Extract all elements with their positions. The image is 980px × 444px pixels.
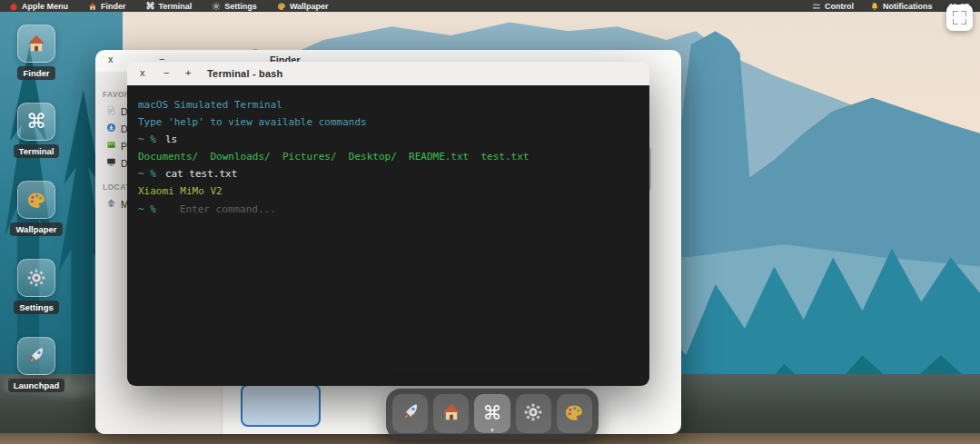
dock-item-launchpad[interactable] xyxy=(392,394,428,433)
house-icon xyxy=(441,402,461,426)
shortcut-terminal[interactable]: ⌘ Terminal xyxy=(13,103,60,158)
menubar-item-settings[interactable]: Settings xyxy=(212,2,257,11)
menubar-item-label: Settings xyxy=(224,2,257,11)
menubar-item-label: Notifications xyxy=(883,2,933,11)
shortcut-wallpaper[interactable]: Wallpaper xyxy=(13,181,60,236)
terminal-window: x − + Terminal - bash macOS Simulated Te… xyxy=(127,62,649,386)
glyph-fragment xyxy=(953,11,958,16)
prompt: ~ % xyxy=(138,168,156,180)
terminal-line: ~ %cat test.txt xyxy=(138,169,638,180)
command-icon: ⌘ xyxy=(17,103,55,141)
selected-file-tile[interactable] xyxy=(241,384,321,427)
dock-item-wallpaper[interactable] xyxy=(557,394,592,433)
gear-icon xyxy=(17,259,55,297)
terminal-line: macOS Simulated Terminal xyxy=(138,100,638,111)
shortcut-label: Finder xyxy=(17,66,54,80)
shortcut-label: Wallpaper xyxy=(10,222,62,236)
house-icon xyxy=(17,25,55,63)
menubar-item-terminal[interactable]: ⌘ Terminal xyxy=(146,2,193,11)
close-button[interactable]: x xyxy=(140,67,145,78)
terminal-line: Documents/ Downloads/ Pictures/ Desktop/… xyxy=(138,152,638,163)
shortcut-label: Launchpad xyxy=(8,379,65,392)
command-icon: ⌘ xyxy=(146,2,155,11)
dock: ⌘ xyxy=(386,389,599,439)
zoom-button[interactable]: + xyxy=(185,67,191,78)
download-icon xyxy=(106,123,116,134)
terminal-line: ~ %ls xyxy=(138,134,638,145)
rocket-icon xyxy=(401,402,421,426)
menubar-item-control[interactable]: Control xyxy=(812,2,854,11)
glyph-fragment xyxy=(953,19,958,25)
glyph-fragment xyxy=(961,19,966,25)
picture-icon xyxy=(106,140,116,152)
menubar-item-label: Apple Menu xyxy=(22,2,68,11)
terminal-line: Xiaomi MiMo V2 xyxy=(138,186,638,197)
house-icon xyxy=(88,2,97,11)
menubar-item-label: Finder xyxy=(101,2,126,11)
home-icon xyxy=(106,198,116,210)
menubar-item-label: Wallpaper xyxy=(290,2,329,11)
dock-item-terminal[interactable]: ⌘ xyxy=(474,394,510,433)
menubar-item-wallpaper[interactable]: Wallpaper xyxy=(277,2,329,11)
palette-icon xyxy=(277,2,286,11)
control-icon xyxy=(812,2,821,11)
close-button[interactable]: x xyxy=(108,54,114,64)
terminal-body[interactable]: macOS Simulated Terminal Type 'help' to … xyxy=(127,85,649,386)
apple-icon xyxy=(9,2,18,11)
command-input[interactable] xyxy=(165,203,420,215)
glyph-popup xyxy=(946,5,973,31)
menubar-item-label: Terminal xyxy=(159,2,193,11)
document-icon xyxy=(106,105,116,117)
window-title: Terminal - bash xyxy=(207,68,282,79)
gear-icon xyxy=(212,2,221,11)
shortcut-label: Settings xyxy=(14,301,58,314)
bell-icon xyxy=(870,2,879,11)
menubar-item-finder[interactable]: Finder xyxy=(88,2,126,11)
shortcut-launchpad[interactable]: Launchpad xyxy=(13,337,60,392)
active-indicator-dot xyxy=(491,429,494,431)
shortcut-label: Terminal xyxy=(14,144,60,158)
palette-icon xyxy=(17,181,55,219)
terminal-titlebar: x − + Terminal - bash xyxy=(127,62,649,85)
terminal-input-row: ~ % xyxy=(138,203,638,215)
monitor-icon xyxy=(106,157,116,169)
command-icon: ⌘ xyxy=(483,404,502,423)
rocket-icon xyxy=(17,337,55,375)
terminal-line: Type 'help' to view available commands xyxy=(138,117,638,128)
prompt: ~ % xyxy=(138,133,156,145)
menubar-item-apple-menu[interactable]: Apple Menu xyxy=(9,2,68,11)
desktop-screen: Apple Menu Finder ⌘ Terminal Settings Wa… xyxy=(0,0,980,444)
minimize-button[interactable]: − xyxy=(163,67,169,78)
shortcut-finder[interactable]: Finder xyxy=(13,25,60,80)
dock-item-finder[interactable] xyxy=(433,394,469,433)
menubar: Apple Menu Finder ⌘ Terminal Settings Wa… xyxy=(0,0,980,12)
shortcut-settings[interactable]: Settings xyxy=(13,259,60,314)
desktop-shortcuts: Finder ⌘ Terminal Wallpaper Settings Lau… xyxy=(13,25,60,392)
prompt: ~ % xyxy=(138,204,156,215)
glyph-fragment xyxy=(961,11,966,16)
menubar-item-notifications[interactable]: Notifications xyxy=(870,2,933,11)
gear-icon xyxy=(523,402,543,426)
palette-icon xyxy=(564,402,584,426)
dock-item-settings[interactable] xyxy=(516,394,551,433)
menubar-item-label: Control xyxy=(825,2,854,11)
